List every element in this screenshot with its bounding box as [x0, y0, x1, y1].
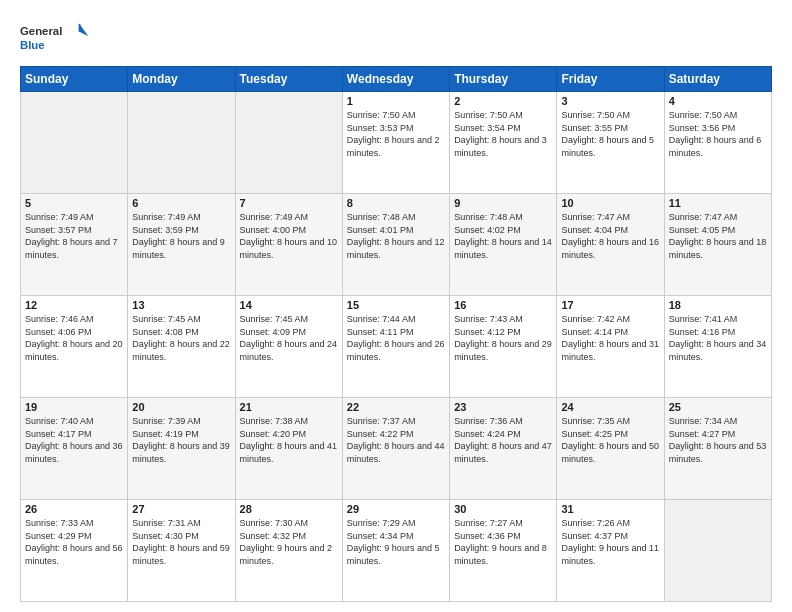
week-row-1: 1Sunrise: 7:50 AM Sunset: 3:53 PM Daylig…	[21, 92, 772, 194]
day-info: Sunrise: 7:36 AM Sunset: 4:24 PM Dayligh…	[454, 415, 552, 465]
calendar-cell: 27Sunrise: 7:31 AM Sunset: 4:30 PM Dayli…	[128, 500, 235, 602]
day-number: 4	[669, 95, 767, 107]
calendar-cell: 12Sunrise: 7:46 AM Sunset: 4:06 PM Dayli…	[21, 296, 128, 398]
day-number: 22	[347, 401, 445, 413]
day-info: Sunrise: 7:39 AM Sunset: 4:19 PM Dayligh…	[132, 415, 230, 465]
calendar-cell: 26Sunrise: 7:33 AM Sunset: 4:29 PM Dayli…	[21, 500, 128, 602]
day-info: Sunrise: 7:38 AM Sunset: 4:20 PM Dayligh…	[240, 415, 338, 465]
calendar-cell: 7Sunrise: 7:49 AM Sunset: 4:00 PM Daylig…	[235, 194, 342, 296]
week-row-3: 12Sunrise: 7:46 AM Sunset: 4:06 PM Dayli…	[21, 296, 772, 398]
day-info: Sunrise: 7:50 AM Sunset: 3:56 PM Dayligh…	[669, 109, 767, 159]
day-info: Sunrise: 7:37 AM Sunset: 4:22 PM Dayligh…	[347, 415, 445, 465]
day-info: Sunrise: 7:30 AM Sunset: 4:32 PM Dayligh…	[240, 517, 338, 567]
day-info: Sunrise: 7:49 AM Sunset: 3:57 PM Dayligh…	[25, 211, 123, 261]
page: General Blue SundayMondayTuesdayWednesda…	[0, 0, 792, 612]
day-number: 20	[132, 401, 230, 413]
calendar-cell: 19Sunrise: 7:40 AM Sunset: 4:17 PM Dayli…	[21, 398, 128, 500]
day-info: Sunrise: 7:42 AM Sunset: 4:14 PM Dayligh…	[561, 313, 659, 363]
day-info: Sunrise: 7:50 AM Sunset: 3:55 PM Dayligh…	[561, 109, 659, 159]
day-info: Sunrise: 7:47 AM Sunset: 4:04 PM Dayligh…	[561, 211, 659, 261]
day-number: 13	[132, 299, 230, 311]
calendar-cell: 2Sunrise: 7:50 AM Sunset: 3:54 PM Daylig…	[450, 92, 557, 194]
calendar: SundayMondayTuesdayWednesdayThursdayFrid…	[20, 66, 772, 602]
weekday-header-monday: Monday	[128, 67, 235, 92]
calendar-cell: 15Sunrise: 7:44 AM Sunset: 4:11 PM Dayli…	[342, 296, 449, 398]
header: General Blue	[20, 18, 772, 56]
day-info: Sunrise: 7:48 AM Sunset: 4:01 PM Dayligh…	[347, 211, 445, 261]
day-info: Sunrise: 7:33 AM Sunset: 4:29 PM Dayligh…	[25, 517, 123, 567]
calendar-cell: 16Sunrise: 7:43 AM Sunset: 4:12 PM Dayli…	[450, 296, 557, 398]
calendar-cell: 10Sunrise: 7:47 AM Sunset: 4:04 PM Dayli…	[557, 194, 664, 296]
calendar-cell: 21Sunrise: 7:38 AM Sunset: 4:20 PM Dayli…	[235, 398, 342, 500]
day-info: Sunrise: 7:44 AM Sunset: 4:11 PM Dayligh…	[347, 313, 445, 363]
calendar-cell: 11Sunrise: 7:47 AM Sunset: 4:05 PM Dayli…	[664, 194, 771, 296]
day-number: 3	[561, 95, 659, 107]
day-info: Sunrise: 7:50 AM Sunset: 3:54 PM Dayligh…	[454, 109, 552, 159]
calendar-cell: 18Sunrise: 7:41 AM Sunset: 4:16 PM Dayli…	[664, 296, 771, 398]
day-number: 11	[669, 197, 767, 209]
weekday-header-row: SundayMondayTuesdayWednesdayThursdayFrid…	[21, 67, 772, 92]
calendar-cell: 25Sunrise: 7:34 AM Sunset: 4:27 PM Dayli…	[664, 398, 771, 500]
day-info: Sunrise: 7:45 AM Sunset: 4:09 PM Dayligh…	[240, 313, 338, 363]
calendar-cell: 13Sunrise: 7:45 AM Sunset: 4:08 PM Dayli…	[128, 296, 235, 398]
weekday-header-sunday: Sunday	[21, 67, 128, 92]
week-row-2: 5Sunrise: 7:49 AM Sunset: 3:57 PM Daylig…	[21, 194, 772, 296]
day-info: Sunrise: 7:45 AM Sunset: 4:08 PM Dayligh…	[132, 313, 230, 363]
day-number: 1	[347, 95, 445, 107]
svg-rect-3	[79, 24, 81, 32]
weekday-header-wednesday: Wednesday	[342, 67, 449, 92]
day-info: Sunrise: 7:29 AM Sunset: 4:34 PM Dayligh…	[347, 517, 445, 567]
calendar-cell	[235, 92, 342, 194]
day-info: Sunrise: 7:40 AM Sunset: 4:17 PM Dayligh…	[25, 415, 123, 465]
calendar-cell: 14Sunrise: 7:45 AM Sunset: 4:09 PM Dayli…	[235, 296, 342, 398]
svg-text:Blue: Blue	[20, 39, 45, 51]
calendar-cell: 1Sunrise: 7:50 AM Sunset: 3:53 PM Daylig…	[342, 92, 449, 194]
day-info: Sunrise: 7:43 AM Sunset: 4:12 PM Dayligh…	[454, 313, 552, 363]
weekday-header-saturday: Saturday	[664, 67, 771, 92]
day-number: 15	[347, 299, 445, 311]
calendar-cell: 8Sunrise: 7:48 AM Sunset: 4:01 PM Daylig…	[342, 194, 449, 296]
calendar-cell: 6Sunrise: 7:49 AM Sunset: 3:59 PM Daylig…	[128, 194, 235, 296]
day-number: 19	[25, 401, 123, 413]
weekday-header-tuesday: Tuesday	[235, 67, 342, 92]
day-number: 18	[669, 299, 767, 311]
day-number: 6	[132, 197, 230, 209]
calendar-cell: 29Sunrise: 7:29 AM Sunset: 4:34 PM Dayli…	[342, 500, 449, 602]
calendar-cell: 30Sunrise: 7:27 AM Sunset: 4:36 PM Dayli…	[450, 500, 557, 602]
calendar-cell	[664, 500, 771, 602]
calendar-cell: 22Sunrise: 7:37 AM Sunset: 4:22 PM Dayli…	[342, 398, 449, 500]
calendar-cell: 5Sunrise: 7:49 AM Sunset: 3:57 PM Daylig…	[21, 194, 128, 296]
day-info: Sunrise: 7:48 AM Sunset: 4:02 PM Dayligh…	[454, 211, 552, 261]
day-number: 5	[25, 197, 123, 209]
weekday-header-thursday: Thursday	[450, 67, 557, 92]
day-number: 25	[669, 401, 767, 413]
calendar-cell: 4Sunrise: 7:50 AM Sunset: 3:56 PM Daylig…	[664, 92, 771, 194]
calendar-cell	[21, 92, 128, 194]
day-number: 26	[25, 503, 123, 515]
day-number: 27	[132, 503, 230, 515]
svg-marker-2	[80, 24, 89, 36]
svg-text:General: General	[20, 25, 62, 37]
logo: General Blue	[20, 18, 90, 56]
day-info: Sunrise: 7:31 AM Sunset: 4:30 PM Dayligh…	[132, 517, 230, 567]
calendar-cell: 9Sunrise: 7:48 AM Sunset: 4:02 PM Daylig…	[450, 194, 557, 296]
day-number: 9	[454, 197, 552, 209]
day-number: 28	[240, 503, 338, 515]
day-number: 23	[454, 401, 552, 413]
calendar-cell: 23Sunrise: 7:36 AM Sunset: 4:24 PM Dayli…	[450, 398, 557, 500]
day-number: 31	[561, 503, 659, 515]
day-number: 14	[240, 299, 338, 311]
calendar-cell: 20Sunrise: 7:39 AM Sunset: 4:19 PM Dayli…	[128, 398, 235, 500]
day-number: 29	[347, 503, 445, 515]
calendar-cell: 17Sunrise: 7:42 AM Sunset: 4:14 PM Dayli…	[557, 296, 664, 398]
day-number: 12	[25, 299, 123, 311]
day-info: Sunrise: 7:47 AM Sunset: 4:05 PM Dayligh…	[669, 211, 767, 261]
day-number: 16	[454, 299, 552, 311]
day-info: Sunrise: 7:46 AM Sunset: 4:06 PM Dayligh…	[25, 313, 123, 363]
day-info: Sunrise: 7:35 AM Sunset: 4:25 PM Dayligh…	[561, 415, 659, 465]
logo-icon: General Blue	[20, 18, 90, 56]
week-row-5: 26Sunrise: 7:33 AM Sunset: 4:29 PM Dayli…	[21, 500, 772, 602]
day-number: 30	[454, 503, 552, 515]
calendar-cell: 31Sunrise: 7:26 AM Sunset: 4:37 PM Dayli…	[557, 500, 664, 602]
day-number: 10	[561, 197, 659, 209]
